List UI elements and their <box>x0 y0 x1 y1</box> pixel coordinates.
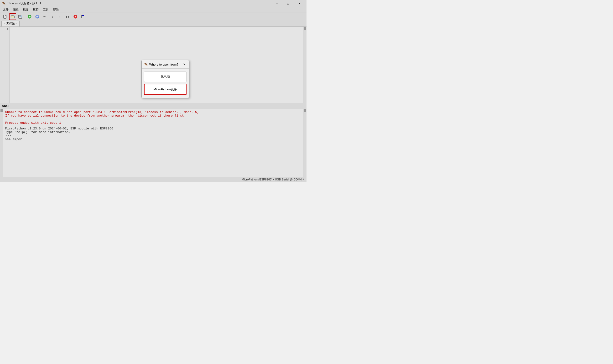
modal-title-icon: 🪶 <box>144 63 148 66</box>
modal-title-text: Where to open from? <box>149 63 178 66</box>
modal-title-bar: 🪶 Where to open from? ✕ <box>142 60 189 69</box>
modal-option-this-pc[interactable]: 此电脑 <box>144 72 187 82</box>
modal-title-content: 🪶 Where to open from? <box>144 63 178 66</box>
modal-option-micropython-device[interactable]: MicroPython设备 <box>144 84 187 95</box>
modal-overlay: 🪶 Where to open from? ✕ 此电脑 MicroPython设… <box>0 0 306 182</box>
modal-close-button[interactable]: ✕ <box>182 62 187 66</box>
modal-dialog: 🪶 Where to open from? ✕ 此电脑 MicroPython设… <box>141 60 189 98</box>
modal-body: 此电脑 MicroPython设备 <box>142 69 189 98</box>
